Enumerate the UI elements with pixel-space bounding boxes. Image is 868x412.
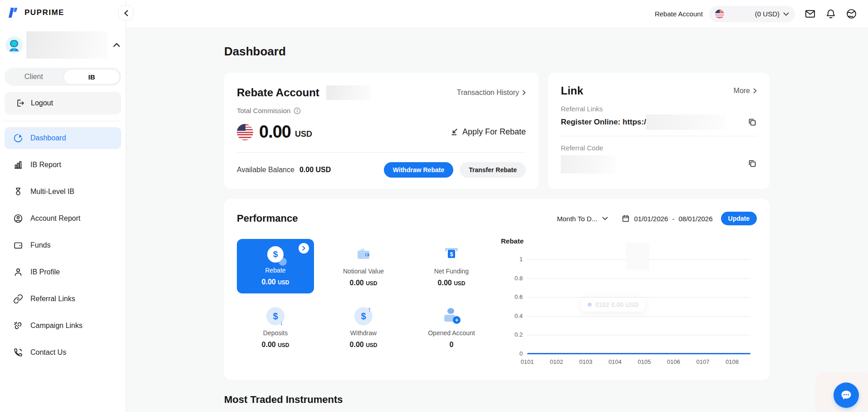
tile-net-funding[interactable]: $ Net Funding 0.00 USD xyxy=(413,239,490,293)
user-circle-icon xyxy=(13,213,23,223)
us-flag-icon xyxy=(237,124,253,140)
copy-icon[interactable] xyxy=(748,118,757,127)
copy-icon[interactable] xyxy=(748,159,757,168)
client-ib-toggle: Client IB xyxy=(5,68,121,86)
referral-code-redacted xyxy=(561,155,616,174)
account-balance: (0 USD) xyxy=(755,10,780,18)
sidebar-item-account-report[interactable]: Account Report xyxy=(5,208,121,229)
tile-label: Deposits xyxy=(263,329,288,337)
mail-icon[interactable] xyxy=(804,8,816,20)
transaction-history-link[interactable]: Transaction History xyxy=(457,89,526,97)
tile-arrow-button[interactable] xyxy=(299,243,309,253)
tile-label: Notional Value xyxy=(343,268,384,275)
tile-unit: USD xyxy=(278,342,289,348)
sidebar-item-label: Account Report xyxy=(30,214,80,223)
page-title: Dashboard xyxy=(224,28,770,59)
tile-unit: USD xyxy=(454,280,465,287)
toggle-ib[interactable]: IB xyxy=(64,69,120,84)
sidebar-item-label: IB Profile xyxy=(30,268,60,276)
info-icon[interactable] xyxy=(294,107,301,114)
logout-label: Logout xyxy=(31,99,53,107)
topbar: Rebate Account (0 USD) xyxy=(126,0,868,28)
arrow-down-left-icon xyxy=(450,128,458,136)
dollar-coin-icon: $ xyxy=(267,246,284,263)
sidebar-item-funds[interactable]: Funds xyxy=(5,234,121,256)
link-icon xyxy=(13,294,23,304)
chart-hover-band xyxy=(626,243,649,270)
dollar-down-icon: $↓ xyxy=(266,307,284,325)
chevron-up-icon[interactable] xyxy=(113,43,120,47)
tile-value: 0.00 xyxy=(262,341,276,348)
sidebar-item-ib-profile[interactable]: IB Profile xyxy=(5,261,121,283)
date-range-select[interactable]: Month To D... xyxy=(557,215,608,223)
tooltip-text: 0102 0.00 USD xyxy=(595,301,639,308)
total-commission-currency: USD xyxy=(295,129,312,139)
person-icon xyxy=(13,267,23,277)
apply-for-rebate-link[interactable]: Apply For Rebate xyxy=(450,127,526,137)
apply-for-rebate-label: Apply For Rebate xyxy=(462,127,526,137)
sidebar-item-campaign-links[interactable]: Campaign Links xyxy=(5,315,121,337)
tile-label: Net Funding xyxy=(434,268,469,275)
bar-chart-icon xyxy=(13,160,23,170)
series-dot-icon xyxy=(588,303,592,307)
range-label: Month To D... xyxy=(557,215,597,223)
toggle-client[interactable]: Client xyxy=(5,73,63,81)
logout-button[interactable]: Logout xyxy=(5,92,121,114)
y-tick: 0.2 xyxy=(497,331,523,338)
brand-name: PUPRIME xyxy=(25,8,64,17)
profile-name-redacted xyxy=(26,31,108,59)
available-balance-value: 0.00 USD xyxy=(299,166,331,174)
rebate-account-number-redacted xyxy=(326,85,370,100)
chat-bubble-icon xyxy=(839,388,853,402)
rebate-card-title: Rebate Account xyxy=(237,86,319,99)
sidebar-item-ib-report[interactable]: IB Report xyxy=(5,154,121,176)
x-tick: 0103 xyxy=(579,358,593,365)
more-label: More xyxy=(734,87,750,95)
tile-unit: USD xyxy=(366,342,377,348)
card-divider xyxy=(561,136,757,136)
chat-button[interactable] xyxy=(834,382,859,408)
sidebar-item-dashboard[interactable]: Dashboard xyxy=(5,127,121,149)
most-traded-title: Most Traded Instruments xyxy=(224,394,770,406)
date-separator: - xyxy=(672,215,674,223)
more-link[interactable]: More xyxy=(734,87,757,95)
sidebar-item-contact-us[interactable]: Contact Us xyxy=(5,342,121,363)
sidebar-item-label: Referral Links xyxy=(30,295,75,303)
wallet-icon xyxy=(13,240,23,250)
profile-row[interactable] xyxy=(5,31,120,59)
us-flag-icon xyxy=(715,10,724,19)
rebate-chart: Rebate 1 0.8 0.6 0.4 0.2 0 xyxy=(495,237,762,373)
update-button[interactable]: Update xyxy=(721,212,757,225)
main-area: Dashboard Rebate Account Transaction His… xyxy=(126,28,868,412)
bell-icon[interactable] xyxy=(825,8,836,20)
dollar-up-icon: $↑ xyxy=(354,307,373,325)
date-range-picker[interactable]: 01/01/2026 - 08/01/2026 xyxy=(622,214,712,223)
y-tick: 1 xyxy=(497,256,523,263)
phone-icon xyxy=(13,347,23,357)
dashboard-icon xyxy=(13,133,23,143)
tile-opened-account[interactable]: + Opened Account 0 xyxy=(413,305,490,351)
globe-icon[interactable] xyxy=(846,8,857,20)
sidebar-item-label: Campaign Links xyxy=(30,322,83,330)
y-tick: 0 xyxy=(497,350,523,357)
sidebar-item-multi-level-ib[interactable]: Multi-Level IB xyxy=(5,181,121,203)
x-tick: 0101 xyxy=(521,358,534,365)
logout-icon xyxy=(16,99,25,108)
tile-value: 0.00 xyxy=(438,279,452,287)
tile-rebate[interactable]: $ Rebate 0.00 USD xyxy=(237,239,314,293)
withdraw-rebate-button[interactable]: Withdraw Rebate xyxy=(384,162,453,178)
sidebar-collapse-button[interactable] xyxy=(118,5,133,20)
medal-icon xyxy=(13,187,23,197)
performance-title: Performance xyxy=(237,213,298,224)
transfer-rebate-button[interactable]: Transfer Rebate xyxy=(460,162,526,178)
referral-links-label: Referral Links xyxy=(561,105,757,113)
account-selector[interactable]: (0 USD) xyxy=(709,6,795,22)
chevron-right-icon xyxy=(522,90,526,95)
wallet-blue-icon xyxy=(354,245,373,263)
tile-notional-value[interactable]: Notional Value 0.00 USD xyxy=(325,239,402,293)
tile-deposits[interactable]: $↓ Deposits 0.00 USD xyxy=(237,305,314,351)
tile-withdraw[interactable]: $↑ Withdraw 0.00 USD xyxy=(325,305,402,351)
sidebar-item-referral-links[interactable]: Referral Links xyxy=(5,288,121,310)
puprime-logo-icon xyxy=(7,6,20,20)
y-tick: 0.6 xyxy=(497,293,523,300)
